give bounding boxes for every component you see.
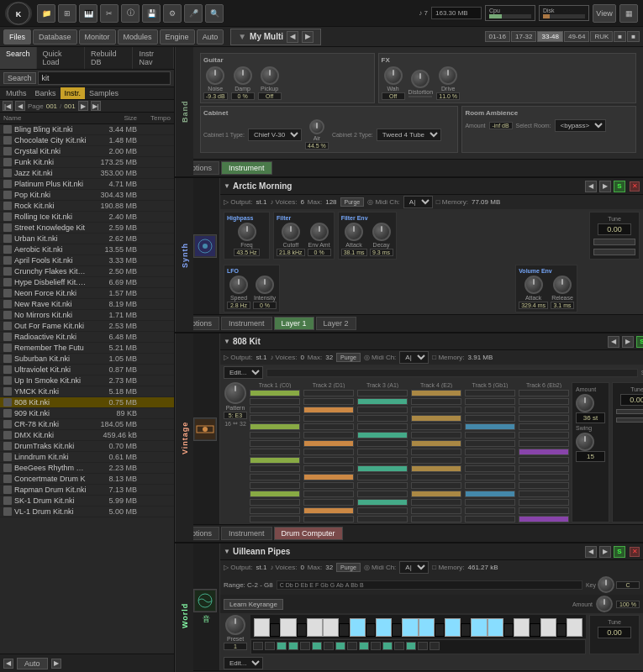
piano-key[interactable] — [254, 618, 270, 637]
range-49-64[interactable]: 49-64 — [564, 31, 589, 42]
learn-keyrange-btn[interactable]: Learn Keyrange — [224, 599, 283, 610]
drum-pad[interactable] — [411, 457, 461, 464]
intensity-knob[interactable] — [256, 276, 274, 294]
drum-pad[interactable] — [357, 440, 408, 447]
ve-attack-knob[interactable] — [524, 276, 543, 294]
piano-key[interactable] — [488, 618, 503, 637]
drum-pad[interactable] — [303, 415, 354, 422]
piano-key[interactable] — [503, 623, 514, 637]
drum-pad[interactable] — [303, 423, 354, 430]
world-seq-pad[interactable] — [430, 642, 440, 650]
vintage-expand-icon[interactable]: ▼ — [224, 338, 230, 345]
world-seq-pad[interactable] — [359, 642, 369, 650]
drum-pad[interactable] — [250, 398, 300, 405]
drum-pad[interactable] — [411, 516, 461, 522]
list-item[interactable]: SK-1 Drum Kit.nki 5.99 MB — [0, 496, 174, 507]
drum-pad[interactable] — [303, 398, 354, 405]
list-item[interactable]: Rapman Drum Kit.nki 7.13 MB — [0, 485, 174, 496]
list-item[interactable]: DMX Kit.nki 459.46 kB — [0, 430, 174, 441]
drum-pad[interactable] — [357, 423, 408, 430]
drum-pad[interactable] — [411, 449, 461, 455]
list-item[interactable]: Platinum Plus Kit.nki 4.71 MB — [0, 179, 174, 190]
list-item[interactable]: Rock Kit.nki 190.88 MB — [0, 201, 174, 212]
list-item[interactable]: Rolling Ice Kit.nki 2.40 MB — [0, 212, 174, 223]
drum-pad[interactable] — [519, 432, 569, 438]
drum-pad[interactable] — [357, 449, 408, 455]
nav-auto[interactable]: Auto — [197, 29, 224, 45]
world-seq-pad[interactable] — [335, 642, 345, 650]
world-close-btn[interactable]: ✕ — [630, 547, 640, 557]
world-seq-pad[interactable] — [300, 642, 310, 650]
drum-pad[interactable] — [303, 440, 354, 447]
range-33-48[interactable]: 33-48 — [537, 31, 562, 42]
drum-pad[interactable] — [411, 482, 461, 489]
list-item[interactable]: DrumTraks Kit.nki 0.70 MB — [0, 441, 174, 452]
drum-pad[interactable] — [250, 449, 300, 455]
drum-pad[interactable] — [250, 516, 300, 522]
drum-pad[interactable] — [303, 457, 354, 464]
synth-instrument-tab[interactable]: Instrument — [221, 317, 272, 330]
vintage-drumcomputer-tab[interactable]: Drum Computer — [274, 527, 343, 540]
drum-pad[interactable] — [465, 432, 515, 438]
drum-pad[interactable] — [519, 407, 569, 413]
distortion-knob[interactable] — [411, 70, 430, 88]
piano-key[interactable] — [366, 623, 376, 637]
range-extra2[interactable]: ■ — [627, 31, 640, 42]
drum-pad[interactable] — [411, 398, 461, 405]
piano-key[interactable] — [280, 618, 296, 637]
drum-pad[interactable] — [250, 423, 300, 430]
drum-pad[interactable] — [465, 474, 515, 480]
list-item[interactable]: Suburban Kit.nki 1.05 MB — [0, 354, 174, 365]
drum-pad[interactable] — [465, 390, 515, 396]
drum-pad[interactable] — [357, 516, 408, 522]
drum-pad[interactable] — [465, 415, 515, 422]
cutoff-knob[interactable] — [282, 223, 300, 241]
world-seq-pad[interactable] — [277, 642, 287, 650]
mic-icon[interactable]: 🎤 — [184, 4, 203, 23]
drum-pad[interactable] — [411, 499, 461, 506]
air-knob[interactable] — [309, 119, 324, 134]
range-01-16[interactable]: 01-16 — [485, 31, 510, 42]
drum-pad[interactable] — [250, 407, 300, 413]
drum-pad[interactable] — [303, 474, 354, 480]
nav-database[interactable]: Database — [33, 29, 77, 45]
vintage-purge-btn[interactable]: Purge — [336, 353, 361, 362]
grid-icon[interactable]: ⊞ — [58, 4, 76, 23]
world-seq-pad[interactable] — [347, 642, 357, 650]
piano-key[interactable] — [540, 618, 556, 637]
drum-pad[interactable] — [519, 440, 569, 447]
drum-pad[interactable] — [519, 507, 569, 514]
drum-pad[interactable] — [519, 390, 569, 396]
list-item[interactable]: Neon Force Kit.nki 1.57 MB — [0, 288, 174, 299]
drum-pad[interactable] — [519, 516, 569, 522]
list-item[interactable]: New Rave Kit.nki 8.19 MB — [0, 299, 174, 310]
world-edit-dropdown[interactable]: Edit... — [224, 657, 263, 669]
piano-key[interactable] — [461, 623, 471, 637]
drum-pad[interactable] — [357, 407, 408, 413]
pager-last[interactable]: ▶| — [91, 101, 101, 111]
drive-knob[interactable] — [439, 66, 457, 85]
piano-icon[interactable]: 🎹 — [79, 4, 98, 23]
world-prev-btn[interactable]: ◀ — [585, 546, 597, 558]
drum-pad[interactable] — [465, 398, 515, 405]
list-item[interactable]: Hype Disbelieff Kit.nki 6.69 MB — [0, 277, 174, 288]
nav-files[interactable]: Files — [3, 29, 31, 45]
drum-pad[interactable] — [465, 491, 515, 497]
speed-knob[interactable] — [229, 276, 248, 294]
range-extra1[interactable]: ■ — [614, 31, 626, 42]
world-purge-btn[interactable]: Purge — [336, 563, 361, 572]
list-item[interactable]: BeeGees Rhythm Dru 2.23 MB — [0, 463, 174, 474]
piano-key[interactable] — [392, 623, 402, 637]
list-item[interactable]: Crystal Kit.nki 2.00 MB — [0, 146, 174, 157]
synth-purge-btn[interactable]: Purge — [340, 197, 365, 207]
piano-key[interactable] — [376, 618, 392, 637]
pager-next[interactable]: ▶ — [78, 101, 88, 111]
drum-pad[interactable] — [357, 499, 408, 506]
pager-first[interactable]: |◀ — [3, 101, 13, 111]
view-btn[interactable]: View — [593, 4, 616, 23]
drum-pad[interactable] — [465, 423, 515, 430]
drum-pad[interactable] — [519, 465, 569, 472]
list-item[interactable]: Street Knowledge Kit 2.59 MB — [0, 223, 174, 234]
drum-pad[interactable] — [519, 482, 569, 489]
vintage-next-btn[interactable]: ▶ — [622, 336, 634, 348]
